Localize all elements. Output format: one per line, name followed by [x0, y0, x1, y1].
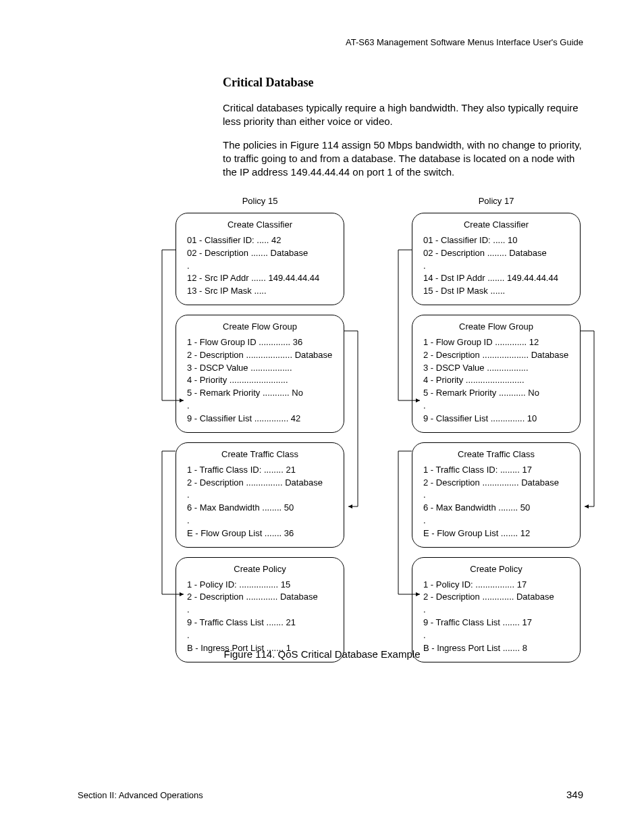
policy-box-right: Create Policy 1 - Policy ID: ...........… — [412, 557, 581, 662]
line: 2 - Description ............... Database — [423, 477, 569, 490]
line: 01 - Classifier ID: ..... 42 — [187, 234, 333, 247]
line: 3 - DSCP Value ................. — [423, 362, 569, 375]
line: . — [187, 629, 333, 642]
footer-section-label: Section II: Advanced Operations — [78, 790, 203, 800]
intro-paragraph-1: Critical databases typically require a h… — [223, 101, 583, 129]
line: 13 - Src IP Mask ..... — [187, 285, 333, 298]
policy-17-label: Policy 17 — [412, 196, 581, 206]
line: 6 - Max Bandwidth ........ 50 — [187, 502, 333, 515]
line: 1 - Flow Group ID ............. 12 — [423, 336, 569, 349]
box-title: Create Traffic Class — [423, 448, 569, 461]
line: 01 - Classifier ID: ..... 10 — [423, 234, 569, 247]
line: . — [187, 260, 333, 273]
line: . — [423, 260, 569, 273]
traffic-box-right: Create Traffic Class 1 - Traffic Class I… — [412, 442, 581, 548]
figure-caption: Figure 114. QoS Critical Database Exampl… — [0, 648, 644, 660]
policy-15-column: Policy 15 Create Classifier 01 - Classif… — [176, 196, 344, 672]
classifier-box-right: Create Classifier 01 - Classifier ID: ..… — [412, 213, 581, 305]
policy-17-column: Policy 17 Create Classifier 01 - Classif… — [412, 196, 581, 672]
policy-15-label: Policy 15 — [176, 196, 344, 206]
page-header: AT-S63 Management Software Menus Interfa… — [346, 37, 583, 47]
line: E - Flow Group List ....... 36 — [187, 527, 333, 540]
line: 1 - Policy ID: ................ 15 — [187, 579, 333, 592]
line: 2 - Description ................... Data… — [423, 349, 569, 362]
line: 4 - Priority ........................ — [187, 374, 333, 387]
line: 9 - Traffic Class List ....... 17 — [423, 617, 569, 629]
line: . — [423, 629, 569, 642]
line: 1 - Traffic Class ID: ........ 21 — [187, 464, 333, 477]
line: 9 - Classifier List .............. 10 — [423, 413, 569, 425]
classifier-box-left: Create Classifier 01 - Classifier ID: ..… — [176, 213, 344, 305]
policy-box-left: Create Policy 1 - Policy ID: ...........… — [176, 557, 344, 662]
line: 1 - Policy ID: ................ 17 — [423, 579, 569, 592]
line: 15 - Dst IP Mask ...... — [423, 285, 569, 298]
flowgroup-box-right: Create Flow Group 1 - Flow Group ID ....… — [412, 315, 581, 433]
intro-text: Critical databases typically require a h… — [223, 101, 583, 188]
line: 1 - Traffic Class ID: ........ 17 — [423, 464, 569, 477]
box-title: Create Classifier — [187, 219, 333, 232]
line: 14 - Dst IP Addr ....... 149.44.44.44 — [423, 272, 569, 285]
line: 3 - DSCP Value ................. — [187, 362, 333, 375]
line: 2 - Description ............. Database — [187, 591, 333, 604]
line: . — [423, 604, 569, 617]
line: 5 - Remark Priority ........... No — [423, 387, 569, 400]
section-title: Critical Database — [223, 76, 313, 90]
line: . — [423, 489, 569, 502]
line: 12 - Src IP Addr ...... 149.44.44.44 — [187, 272, 333, 285]
line: 5 - Remark Priority ........... No — [187, 387, 333, 400]
line: 02 - Description ....... Database — [187, 247, 333, 260]
traffic-box-left: Create Traffic Class 1 - Traffic Class I… — [176, 442, 344, 548]
box-title: Create Policy — [187, 563, 333, 576]
line: . — [187, 489, 333, 502]
line: E - Flow Group List ....... 12 — [423, 527, 569, 540]
line: 2 - Description ................... Data… — [187, 349, 333, 362]
page-number: 349 — [566, 789, 583, 800]
line: . — [187, 604, 333, 617]
flowgroup-box-left: Create Flow Group 1 - Flow Group ID ....… — [176, 315, 344, 433]
line: 2 - Description ............. Database — [423, 591, 569, 604]
line: 9 - Classifier List .............. 42 — [187, 413, 333, 425]
line: 2 - Description ............... Database — [187, 477, 333, 490]
box-title: Create Flow Group — [423, 321, 569, 334]
intro-paragraph-2: The policies in Figure 114 assign 50 Mbp… — [223, 138, 583, 180]
line: . — [187, 515, 333, 527]
box-title: Create Flow Group — [187, 321, 333, 334]
line: 6 - Max Bandwidth ........ 50 — [423, 502, 569, 515]
box-title: Create Traffic Class — [187, 448, 333, 461]
line: . — [423, 515, 569, 527]
line: 4 - Priority ........................ — [423, 374, 569, 387]
line: . — [423, 400, 569, 413]
line: 9 - Traffic Class List ....... 21 — [187, 617, 333, 629]
line: 02 - Description ........ Database — [423, 247, 569, 260]
line: . — [187, 400, 333, 413]
box-title: Create Policy — [423, 563, 569, 576]
line: 1 - Flow Group ID ............. 36 — [187, 336, 333, 349]
box-title: Create Classifier — [423, 219, 569, 232]
